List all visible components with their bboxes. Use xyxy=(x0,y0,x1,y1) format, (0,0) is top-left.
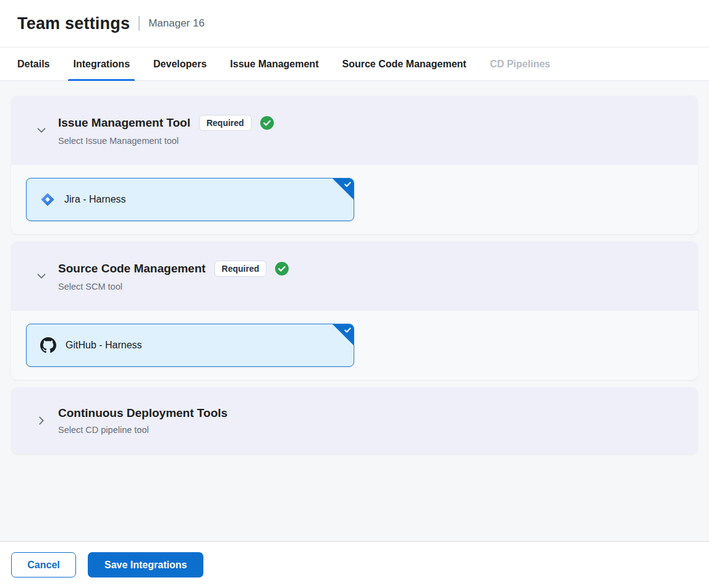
selected-check-icon xyxy=(344,180,352,188)
github-icon xyxy=(40,337,56,353)
tab-bar: Details Integrations Developers Issue Ma… xyxy=(0,48,709,81)
tab-source-code-management[interactable]: Source Code Management xyxy=(342,48,466,80)
tab-integrations[interactable]: Integrations xyxy=(73,48,130,80)
source-code-management-section-header[interactable]: Source Code Management Required Select S… xyxy=(11,242,698,311)
page-header: Team settings Manager 16 xyxy=(0,0,709,48)
tab-developers[interactable]: Developers xyxy=(153,48,206,80)
issue-management-section: Issue Management Tool Required Select Is… xyxy=(11,96,698,234)
required-badge: Required xyxy=(214,261,267,277)
cd-tools-section-header[interactable]: Continuous Deployment Tools Select CD pi… xyxy=(11,387,698,454)
chevron-down-icon[interactable] xyxy=(36,125,47,136)
section-subtitle: Select SCM tool xyxy=(58,282,289,292)
section-header-text: Source Code Management Required Select S… xyxy=(58,261,289,292)
github-harness-card[interactable]: GitHub - Harness xyxy=(26,324,354,367)
issue-management-section-header[interactable]: Issue Management Tool Required Select Is… xyxy=(11,96,698,165)
section-title: Issue Management Tool xyxy=(58,116,190,130)
tab-details[interactable]: Details xyxy=(17,48,49,80)
tool-card-label: GitHub - Harness xyxy=(66,340,142,351)
jira-harness-card[interactable]: Jira - Harness xyxy=(26,178,354,221)
title-separator xyxy=(138,16,140,31)
footer-bar: Cancel Save Integrations xyxy=(0,541,709,588)
section-header-text: Continuous Deployment Tools Select CD pi… xyxy=(58,406,227,435)
tab-cd-pipelines[interactable]: CD Pipelines xyxy=(490,48,550,80)
section-title: Source Code Management xyxy=(58,262,206,275)
section-subtitle: Select Issue Management tool xyxy=(58,136,274,146)
selected-check-icon xyxy=(344,326,352,334)
complete-check-icon xyxy=(260,116,274,130)
save-integrations-button[interactable]: Save Integrations xyxy=(88,552,203,578)
cd-tools-section: Continuous Deployment Tools Select CD pi… xyxy=(11,387,698,454)
integrations-content: Issue Management Tool Required Select Is… xyxy=(0,81,709,541)
tab-issue-management[interactable]: Issue Management xyxy=(230,48,318,80)
required-badge: Required xyxy=(199,115,252,131)
section-header-text: Issue Management Tool Required Select Is… xyxy=(58,115,274,146)
source-code-management-section: Source Code Management Required Select S… xyxy=(11,242,698,380)
source-code-management-section-body: GitHub - Harness xyxy=(11,311,698,380)
page-subtitle: Manager 16 xyxy=(148,17,205,30)
team-settings-page: Team settings Manager 16 Details Integra… xyxy=(0,0,709,588)
cancel-button[interactable]: Cancel xyxy=(11,552,76,578)
chevron-right-icon[interactable] xyxy=(36,415,47,426)
page-title: Team settings xyxy=(17,14,130,33)
section-title: Continuous Deployment Tools xyxy=(58,406,227,420)
section-subtitle: Select CD pipeline tool xyxy=(58,425,227,435)
tool-card-label: Jira - Harness xyxy=(64,194,126,205)
jira-icon xyxy=(40,192,55,207)
issue-management-section-body: Jira - Harness xyxy=(11,165,698,234)
complete-check-icon xyxy=(275,262,289,275)
chevron-down-icon[interactable] xyxy=(36,271,47,282)
